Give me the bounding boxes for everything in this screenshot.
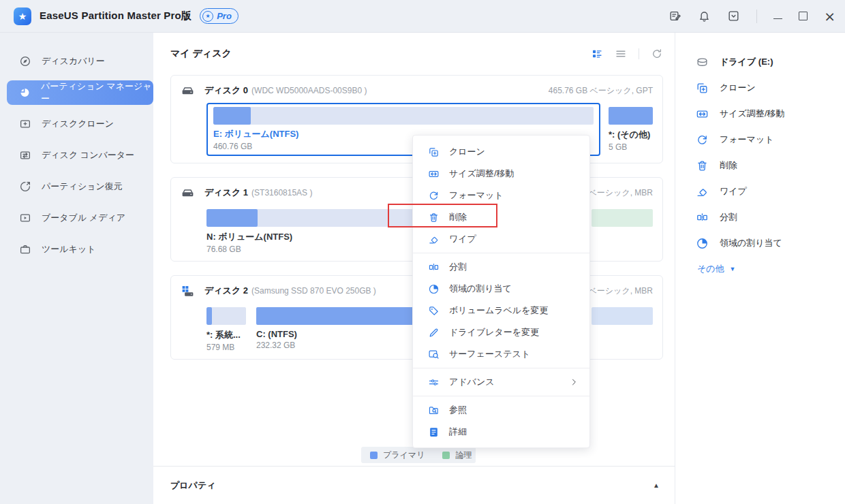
partition-block-system[interactable]: *: 系統... 579 MB	[206, 303, 246, 352]
properties-bar[interactable]: プロパティ ▲	[153, 466, 675, 504]
pro-badge-label: Pro	[217, 11, 232, 21]
system-disk-icon	[181, 284, 195, 298]
menu-item-details[interactable]: 詳細	[413, 421, 589, 443]
sidebar-item-label: パーティション マネージャー	[41, 80, 153, 105]
app-logo-icon: ★	[14, 7, 31, 25]
disk-info: 465.76 GB ベーシック, GPT	[549, 85, 653, 97]
sidebar-item-toolkit[interactable]: ツールキット	[0, 237, 153, 262]
star-icon: ★	[202, 11, 213, 22]
dropdown-box-icon[interactable]	[727, 10, 740, 22]
menu-item-change-label[interactable]: ボリュームラベルを変更	[413, 300, 589, 321]
allocate-pie-icon	[428, 283, 440, 295]
menu-item-surface-test[interactable]: サーフェーステスト	[413, 343, 589, 365]
chevron-right-icon	[569, 377, 579, 387]
panel-item-delete[interactable]: 削除	[675, 153, 845, 178]
surface-test-icon	[428, 349, 440, 360]
menu-item-wipe[interactable]: ワイプ	[413, 228, 589, 250]
menu-item-clone[interactable]: クローン	[413, 141, 589, 163]
minimize-button[interactable]	[773, 18, 782, 19]
pro-badge: ★ Pro	[200, 8, 239, 24]
tag-icon	[428, 305, 440, 317]
chevron-down-icon: ▼	[730, 266, 736, 272]
menu-item-split[interactable]: 分割	[413, 256, 589, 278]
panel-item-resize-move[interactable]: サイズ調整/移動	[675, 101, 845, 127]
disk-model: (Samsung SSD 870 EVO 250GB )	[251, 286, 376, 296]
partition-usage-bar	[592, 307, 653, 325]
partition-block-logical[interactable]	[592, 205, 653, 231]
pie-chart-icon	[19, 86, 31, 99]
sidebar-item-discovery[interactable]: ディスカバリー	[0, 49, 153, 74]
page-title: マイ ディスク	[170, 48, 232, 60]
allocate-pie-icon	[696, 237, 709, 250]
resize-move-icon	[428, 168, 440, 180]
app-title: EaseUS Partition Master Pro版	[40, 10, 191, 22]
grid-view-icon[interactable]	[591, 48, 603, 60]
sidebar-item-partition-recovery[interactable]: パーティション復元	[0, 174, 153, 199]
partition-usage-bar	[592, 209, 653, 227]
sidebar-item-partition-manager[interactable]: パーティション マネージャー	[7, 80, 153, 105]
partition-size: 5 GB	[609, 142, 653, 152]
trash-icon	[696, 159, 709, 172]
disk-drive-icon	[181, 84, 195, 98]
menu-item-allocate-space[interactable]: 領域の割り当て	[413, 278, 589, 300]
titlebar: ★ EaseUS Partition Master Pro版 ★ Pro ×	[0, 0, 845, 33]
disk-drive-icon	[181, 186, 195, 200]
partition-label: *: (その他)	[609, 129, 653, 141]
collapse-caret-icon[interactable]: ▲	[653, 482, 660, 489]
folder-search-icon	[428, 405, 440, 416]
clone-icon	[428, 146, 440, 158]
list-view-icon[interactable]	[615, 48, 627, 60]
disk-clone-icon	[19, 118, 31, 130]
delete-highlight-box	[388, 204, 497, 227]
panel-item-split[interactable]: 分割	[675, 204, 845, 230]
maximize-button[interactable]	[799, 12, 808, 20]
close-button[interactable]: ×	[824, 10, 835, 23]
panel-item-format[interactable]: フォーマット	[675, 127, 845, 153]
disk-name: ディスク 0	[204, 84, 248, 97]
format-icon	[428, 190, 440, 202]
panel-more-link[interactable]: その他 ▼	[675, 256, 845, 282]
pencil-icon	[428, 327, 440, 338]
logical-swatch-icon	[442, 452, 450, 459]
menu-item-advanced[interactable]: アドバンス	[413, 371, 589, 393]
menu-item-resize-move[interactable]: サイズ調整/移動	[413, 163, 589, 185]
compass-icon	[19, 55, 31, 67]
sidebar-item-label: ディスククローン	[42, 118, 114, 130]
panel-item-clone[interactable]: クローン	[675, 75, 845, 101]
partition-block-other[interactable]: *: (その他) 5 GB	[609, 103, 653, 152]
sidebar-item-label: ツールキット	[42, 243, 96, 255]
document-icon	[428, 426, 440, 438]
sidebar-item-label: ブータブル メディア	[42, 212, 125, 224]
sidebar-item-label: ディスク コンバーター	[42, 149, 134, 161]
sidebar-item-disk-clone[interactable]: ディスククローン	[0, 112, 153, 136]
sidebar-item-bootable-media[interactable]: ブータブル メディア	[0, 206, 153, 230]
disk-name: ディスク 2	[204, 285, 248, 297]
menu-divider	[413, 396, 589, 396]
partition-context-menu: クローン サイズ調整/移動 フォーマット 削除 ワイプ 分割 領域の割り当て	[412, 135, 590, 448]
bell-icon[interactable]	[698, 10, 711, 22]
partition-usage-bar	[213, 107, 594, 125]
menu-divider	[413, 253, 589, 253]
menu-item-change-drive-letter[interactable]: ドライブレターを変更	[413, 321, 589, 343]
easeus-partition-master-window: ★ EaseUS Partition Master Pro版 ★ Pro × デ…	[0, 0, 845, 504]
partition-usage-bar	[609, 107, 653, 125]
toolbar-divider	[639, 48, 639, 59]
refresh-icon[interactable]	[651, 48, 663, 60]
partition-label: *: 系統...	[206, 329, 246, 341]
sidebar-item-disk-converter[interactable]: ディスク コンバーター	[0, 143, 153, 168]
disk-model: (ST3160815AS )	[251, 188, 312, 198]
partition-recovery-icon	[19, 180, 31, 193]
bootable-media-icon	[19, 212, 31, 224]
panel-item-wipe[interactable]: ワイプ	[675, 178, 845, 204]
panel-item-allocate-space[interactable]: 領域の割り当て	[675, 230, 845, 256]
menu-divider	[413, 368, 589, 368]
disk-converter-icon	[19, 149, 31, 161]
note-icon[interactable]	[669, 10, 681, 22]
resize-move-icon	[696, 108, 709, 121]
drive-3d-icon	[696, 56, 709, 69]
legend-item-logical: 論理	[442, 450, 472, 461]
partition-size: 579 MB	[206, 343, 246, 352]
partition-block-extra[interactable]	[592, 303, 653, 329]
right-action-panel: ドライブ (E:) クローン サイズ調整/移動 フォーマット 削除 ワイプ 分割	[675, 33, 845, 504]
menu-item-browse[interactable]: 参照	[413, 399, 589, 421]
